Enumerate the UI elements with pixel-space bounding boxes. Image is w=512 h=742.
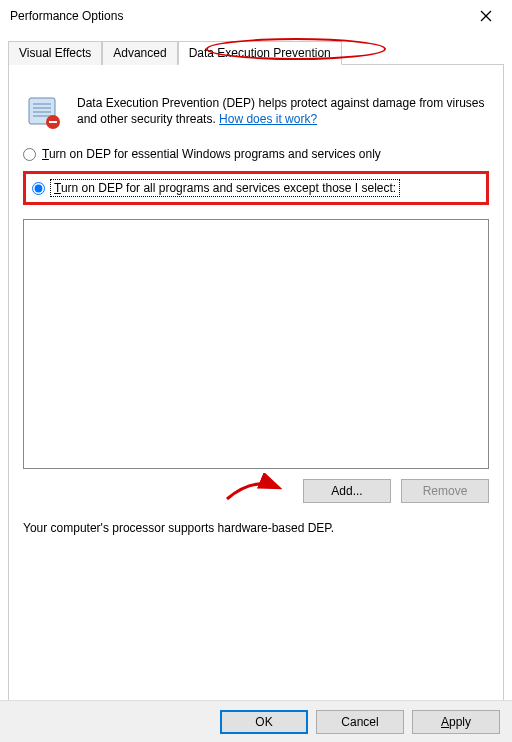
svg-rect-8	[49, 121, 57, 123]
dep-chip-icon	[23, 95, 63, 131]
cancel-button[interactable]: Cancel	[316, 710, 404, 734]
radio-essential-row[interactable]: Turn on DEP for essential Windows progra…	[23, 147, 489, 161]
radio-all-label: Turn on DEP for all programs and service…	[51, 180, 399, 196]
radio-essential-label: Turn on DEP for essential Windows progra…	[42, 147, 381, 161]
close-button[interactable]	[466, 2, 506, 30]
annotation-arrow-icon	[223, 473, 283, 503]
close-icon	[480, 10, 492, 22]
radio-essential-text: urn on DEP for essential Windows program…	[49, 147, 381, 161]
tab-dep[interactable]: Data Execution Prevention	[178, 41, 342, 65]
titlebar: Performance Options	[0, 0, 512, 32]
tab-panel-dep: Data Execution Prevention (DEP) helps pr…	[8, 65, 504, 705]
dialog-footer: OK Cancel Apply	[0, 700, 512, 742]
intro-block: Data Execution Prevention (DEP) helps pr…	[23, 95, 489, 131]
exception-listbox[interactable]	[23, 219, 489, 469]
radio-all-row[interactable]: Turn on DEP for all programs and service…	[32, 180, 480, 196]
remove-button: Remove	[401, 479, 489, 503]
radio-all-text: urn on DEP for all programs and services…	[61, 181, 396, 195]
performance-options-window: Performance Options Visual Effects Advan…	[0, 0, 512, 742]
apply-text: pply	[449, 715, 471, 729]
intro-text: Data Execution Prevention (DEP) helps pr…	[77, 95, 489, 131]
add-button[interactable]: Add...	[303, 479, 391, 503]
how-does-it-work-link[interactable]: How does it work?	[219, 112, 317, 126]
window-title: Performance Options	[10, 9, 123, 23]
list-button-row: Add... Remove	[23, 479, 489, 503]
annotation-highlight-box: Turn on DEP for all programs and service…	[23, 171, 489, 205]
hardware-dep-status: Your computer's processor supports hardw…	[23, 521, 489, 535]
tab-visual-effects[interactable]: Visual Effects	[8, 41, 102, 65]
tab-strip: Visual Effects Advanced Data Execution P…	[8, 40, 504, 65]
radio-all[interactable]	[32, 182, 45, 195]
content-area: Visual Effects Advanced Data Execution P…	[0, 32, 512, 705]
ok-button[interactable]: OK	[220, 710, 308, 734]
tab-advanced[interactable]: Advanced	[102, 41, 177, 65]
radio-essential[interactable]	[23, 148, 36, 161]
apply-button[interactable]: Apply	[412, 710, 500, 734]
